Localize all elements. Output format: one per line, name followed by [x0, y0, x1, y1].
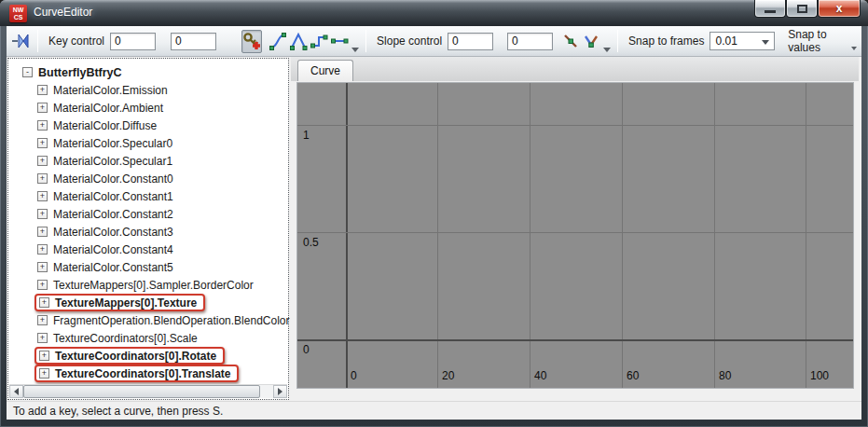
tree-item[interactable]: +MaterialColor.Ambient [8, 99, 288, 117]
title-bar[interactable]: NW CS CurveEditor x [0, 0, 868, 26]
tree-item-label: MaterialColor.Constant0 [53, 172, 173, 186]
tree-item[interactable]: +TextureCoordinators[0].Translate [8, 365, 288, 382]
tree-item[interactable]: +FragmentOperation.BlendOperation.BlendC… [8, 311, 288, 329]
tree-item-label: MaterialColor.Emission [53, 84, 168, 97]
toolbar-overflow-icon[interactable] [351, 48, 359, 52]
flat-line-icon [330, 32, 349, 50]
grid-line-vertical [530, 83, 530, 388]
close-button[interactable]: x [818, 0, 861, 18]
tree-item[interactable]: +MaterialColor.Constant4 [8, 241, 288, 258]
app-icon-line1: NW [9, 7, 27, 14]
expand-icon[interactable]: + [37, 315, 48, 325]
curve-editor-window: NW CS CurveEditor x [0, 0, 868, 427]
tab-curve[interactable]: Curve [297, 60, 353, 81]
pin-icon [11, 32, 32, 50]
tree-item[interactable]: +TextureMappers[0].Texture [8, 294, 288, 311]
x-tick-label: 60 [627, 369, 639, 382]
tree-item[interactable]: +MaterialColor.Constant5 [8, 258, 288, 276]
close-icon: x [836, 2, 843, 15]
tree-item[interactable]: +TextureCoordinators[0].Scale [8, 329, 288, 347]
key-frame-input[interactable] [110, 33, 156, 50]
flat-interp-button[interactable] [329, 30, 350, 53]
smooth-interp-button[interactable] [268, 30, 288, 53]
expand-icon[interactable]: + [39, 351, 49, 361]
slope-single-button[interactable] [560, 30, 581, 53]
expand-icon[interactable]: + [37, 333, 48, 343]
tree-item[interactable]: +MaterialColor.Constant3 [8, 223, 288, 241]
tab-curve-label: Curve [310, 64, 340, 77]
slope-both-button[interactable] [581, 30, 601, 53]
tree-item[interactable]: +MaterialColor.Specular0 [8, 134, 288, 152]
expand-icon[interactable]: + [37, 244, 48, 255]
expand-icon[interactable]: + [37, 120, 48, 131]
expand-icon[interactable]: + [37, 173, 48, 184]
y-axis-line [346, 83, 348, 388]
maximize-button[interactable] [786, 0, 818, 18]
tree-item[interactable]: +MaterialColor.Constant0 [8, 170, 288, 187]
step-curve-icon [310, 32, 328, 50]
expand-icon[interactable]: + [37, 103, 48, 113]
linear-peak-icon [289, 32, 308, 50]
grid-line-vertical [806, 83, 806, 388]
status-bar: To add a key, select a curve, then press… [7, 401, 861, 420]
toolbar-overflow-icon[interactable] [603, 48, 611, 52]
slope-line-icon [561, 32, 580, 50]
curve-tree-panel: - ButterflyBtfryC +MaterialColor.Emissio… [7, 58, 289, 400]
expand-icon[interactable]: + [37, 280, 48, 290]
add-key-button[interactable] [241, 30, 262, 53]
expand-icon[interactable]: + [37, 227, 48, 237]
y-tick-label: 0 [303, 343, 310, 356]
tree-item[interactable]: +MaterialColor.Constant2 [8, 205, 288, 223]
tree-item[interactable]: +MaterialColor.Emission [8, 81, 288, 99]
expand-icon[interactable]: + [37, 191, 48, 201]
smooth-curve-icon [269, 32, 287, 50]
plot-area[interactable]: 02040608010010.50 [296, 82, 854, 389]
chevron-down-icon [762, 40, 769, 45]
slope-out-input[interactable] [507, 33, 553, 50]
slope-in-input[interactable] [448, 33, 493, 50]
tree-item-label: MaterialColor.Diffuse [53, 119, 157, 132]
chevron-down-icon [851, 47, 857, 50]
expand-icon[interactable]: + [39, 368, 49, 379]
step-interp-button[interactable] [309, 30, 329, 53]
slope-control-label: Slope control [377, 34, 442, 48]
x-tick-label: 40 [534, 369, 546, 382]
tree-item-label: MaterialColor.Constant3 [53, 226, 173, 239]
expand-icon[interactable]: + [37, 138, 48, 148]
tree-item[interactable]: +MaterialColor.Constant1 [8, 187, 288, 205]
key-plus-icon [242, 32, 261, 50]
collapse-icon[interactable]: - [22, 67, 33, 77]
snap-to-values-dropdown[interactable]: Snap to values [780, 30, 858, 53]
tree-root-item[interactable]: - ButterflyBtfryC [8, 63, 288, 81]
tree-item[interactable]: +TextureMappers[0].Sampler.BorderColor [8, 276, 288, 294]
x-tick-label: 20 [442, 369, 454, 382]
toolbar-separator [37, 30, 38, 52]
minimize-button[interactable] [754, 0, 786, 18]
linear-interp-button[interactable] [288, 30, 309, 53]
expand-icon[interactable]: + [37, 85, 48, 95]
pin-toolbar-button[interactable] [10, 30, 33, 53]
expand-icon[interactable]: + [37, 156, 48, 166]
tree-item-label: FragmentOperation.BlendOperation.BlendCo… [53, 314, 289, 327]
tree-item-label: MaterialColor.Constant2 [53, 208, 173, 221]
expand-icon[interactable]: + [37, 262, 48, 272]
expand-icon[interactable]: + [39, 297, 49, 308]
tree-item[interactable]: +TextureCoordinators[0].Rotate [8, 347, 288, 365]
tree-item-label: MaterialColor.Specular0 [53, 137, 172, 150]
scrollbar-thumb[interactable] [23, 385, 260, 398]
x-tick-label: 100 [810, 369, 829, 382]
tab-bar: Curve [291, 57, 859, 81]
scroll-right-button[interactable] [273, 385, 287, 398]
app-icon-line2: CS [9, 14, 27, 21]
y-tick-label: 1 [303, 129, 310, 142]
tree-item[interactable]: +MaterialColor.Specular1 [8, 152, 288, 170]
expand-icon[interactable]: + [37, 209, 48, 219]
tree-item[interactable]: +MaterialColor.Diffuse [8, 117, 288, 134]
snap-to-frames-value: 0.01 [715, 34, 737, 48]
snap-to-frames-select[interactable]: 0.01 [710, 32, 775, 50]
tree-horizontal-scrollbar[interactable] [9, 384, 287, 398]
key-value-input[interactable] [171, 33, 216, 50]
toolbar-separator [365, 30, 366, 52]
tree-item-label: TextureCoordinators[0].Rotate [55, 350, 216, 363]
scroll-left-button[interactable] [9, 385, 23, 398]
